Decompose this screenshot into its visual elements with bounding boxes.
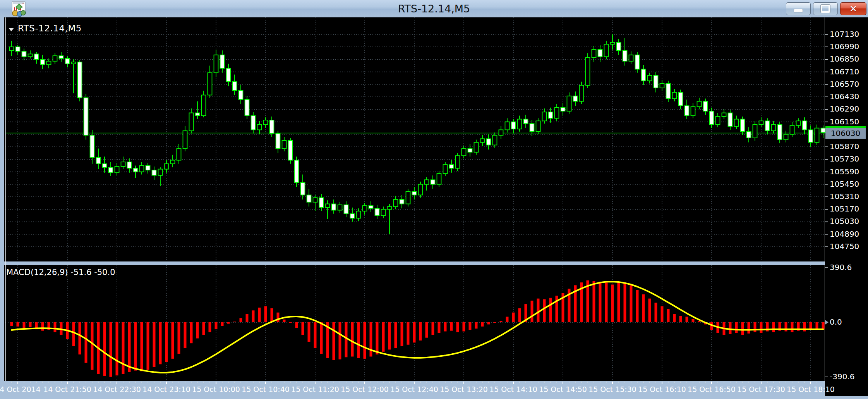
time-axis-label: 15 Oct 18:10 (780, 385, 842, 394)
price-axis-tick-label: 104750 (830, 242, 859, 251)
price-axis-tick-label: 106430 (830, 92, 859, 101)
macd-scale-tick-label: -390.6 (830, 372, 854, 381)
price-axis-tick-label: 106710 (830, 67, 859, 76)
price-axis-tick-label: 105730 (830, 154, 859, 163)
price-axis-tick-label: 105450 (830, 179, 859, 189)
price-axis-tick-label: 107130 (830, 29, 859, 39)
price-axis-tick-label: 105170 (830, 204, 859, 213)
price-axis-tick-label: 105030 (830, 217, 859, 226)
chart-symbol-dropdown-icon[interactable] (9, 28, 14, 31)
chart-plot[interactable] (0, 0, 868, 399)
price-axis-tick-label: 106850 (830, 54, 859, 64)
price-axis-tick-label: 104890 (830, 229, 859, 239)
macd-scale-tick-label: 390.6 (830, 263, 852, 272)
chart-symbol-label: RTS-12.14,M5 (18, 23, 82, 33)
macd-scale-tick-label: 0.0 (830, 317, 842, 327)
price-axis-tick-label: 105310 (830, 192, 859, 201)
current-price-badge: 106030 (825, 126, 866, 139)
price-axis-tick-label: 106150 (830, 117, 859, 126)
price-axis-tick-label: 106990 (830, 42, 859, 51)
price-axis-tick-label: 106290 (830, 104, 859, 114)
price-axis-tick-label: 105590 (830, 167, 859, 176)
price-axis-tick-label: 105870 (830, 142, 859, 151)
window-frame-bottom (0, 396, 868, 399)
macd-indicator-label: MACD(12,26,9) -51.6 -50.0 (6, 268, 115, 277)
terminal-window: RTS-12.14,M5 ✕ RTS-12.14,M5 MACD(12,26,9… (0, 0, 868, 399)
price-axis-tick-label: 106570 (830, 79, 859, 89)
